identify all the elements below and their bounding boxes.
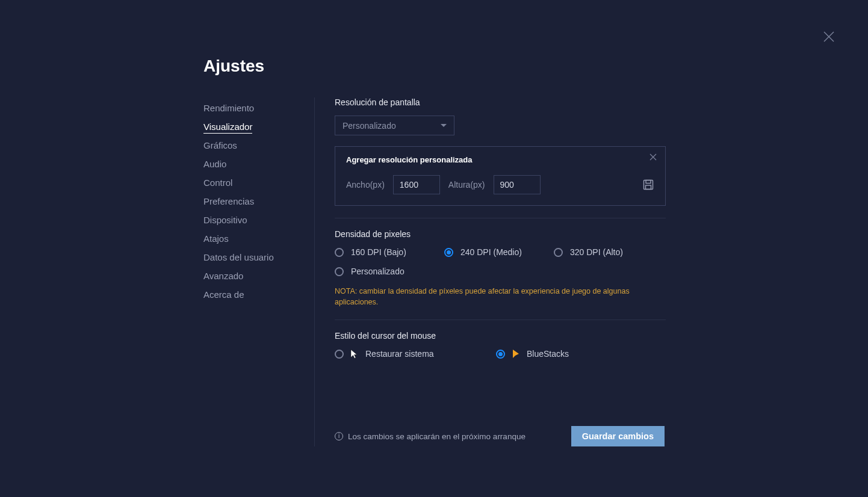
sidebar-item-audio[interactable]: Audio xyxy=(203,155,314,173)
cursor-radio[interactable]: BlueStacks xyxy=(496,349,606,359)
svg-rect-4 xyxy=(644,181,653,190)
custom-resolution-title: Agregar resolución personalizada xyxy=(346,155,654,164)
footer: i Los cambios se aplicarán en el próximo… xyxy=(335,426,665,446)
save-button[interactable]: Guardar cambios xyxy=(571,426,665,446)
radio-label: 160 DPI (Bajo) xyxy=(351,247,406,257)
sidebar-item-label: Preferencias xyxy=(203,196,254,206)
height-input[interactable] xyxy=(494,175,541,194)
custom-resolution-box: Agregar resolución personalizada Ancho(p… xyxy=(335,146,666,206)
sidebar-item-atajos[interactable]: Atajos xyxy=(203,229,314,248)
sidebar-item-gráficos[interactable]: Gráficos xyxy=(203,136,314,155)
save-resolution-icon[interactable] xyxy=(642,179,654,191)
sidebar-item-label: Dispositivo xyxy=(203,215,247,225)
radio-icon xyxy=(335,350,344,359)
width-label: Ancho(px) xyxy=(346,180,385,190)
radio-label: Restaurar sistema xyxy=(365,349,434,359)
radio-label: 240 DPI (Medio) xyxy=(460,247,522,257)
radio-icon xyxy=(496,350,505,359)
svg-rect-5 xyxy=(646,181,651,184)
radio-label: Personalizado xyxy=(351,267,405,276)
close-custom-resolution-icon[interactable] xyxy=(649,153,657,162)
density-title: Densidad de pixeles xyxy=(335,229,666,239)
sidebar: RendimientoVisualizadorGráficosAudioCont… xyxy=(203,97,314,446)
radio-icon xyxy=(554,248,563,257)
density-radio[interactable]: 320 DPI (Alto) xyxy=(554,247,663,257)
height-label: Altura(px) xyxy=(448,180,485,190)
radio-icon xyxy=(444,248,453,257)
restart-note-text: Los cambios se aplicarán en el próximo a… xyxy=(348,432,525,441)
divider xyxy=(335,218,666,218)
svg-rect-6 xyxy=(646,185,651,190)
resolution-selected: Personalizado xyxy=(343,121,396,131)
radio-label: BlueStacks xyxy=(527,349,569,359)
cursor-icon xyxy=(350,349,359,359)
radio-icon xyxy=(335,248,344,257)
sidebar-item-visualizador[interactable]: Visualizador xyxy=(203,117,314,136)
page-title: Ajustes xyxy=(203,57,868,76)
density-radio[interactable]: Personalizado xyxy=(335,267,444,276)
resolution-title: Resolución de pantalla xyxy=(335,97,666,107)
width-input[interactable] xyxy=(393,175,440,194)
sidebar-item-label: Atajos xyxy=(203,233,229,244)
restart-note: i Los cambios se aplicarán en el próximo… xyxy=(335,432,525,441)
sidebar-item-rendimiento[interactable]: Rendimiento xyxy=(203,99,314,117)
sidebar-item-acerca-de[interactable]: Acerca de xyxy=(203,285,314,304)
resolution-select[interactable]: Personalizado xyxy=(335,116,454,135)
sidebar-item-dispositivo[interactable]: Dispositivo xyxy=(203,211,314,229)
density-note: NOTA: cambiar la densidad de píxeles pue… xyxy=(335,286,666,307)
chevron-down-icon xyxy=(441,124,447,127)
density-radio[interactable]: 240 DPI (Medio) xyxy=(444,247,554,257)
divider xyxy=(335,320,666,320)
radio-icon xyxy=(335,267,344,276)
sidebar-item-label: Visualizador xyxy=(203,122,252,134)
sidebar-item-label: Audio xyxy=(203,159,226,169)
sidebar-item-preferencias[interactable]: Preferencias xyxy=(203,192,314,211)
sidebar-item-label: Avanzado xyxy=(203,271,243,281)
cursor-title: Estilo del cursor del mouse xyxy=(335,331,666,341)
info-icon: i xyxy=(335,432,343,440)
sidebar-item-datos-del-usuario[interactable]: Datos del usuario xyxy=(203,248,314,267)
sidebar-item-label: Acerca de xyxy=(203,289,244,300)
sidebar-item-label: Control xyxy=(203,177,232,188)
cursor-radio[interactable]: Restaurar sistema xyxy=(335,349,496,359)
radio-label: 320 DPI (Alto) xyxy=(570,247,623,257)
sidebar-item-label: Rendimiento xyxy=(203,103,254,113)
density-radio[interactable]: 160 DPI (Bajo) xyxy=(335,247,444,257)
main-panel: Resolución de pantalla Personalizado Agr… xyxy=(314,97,666,446)
sidebar-item-control[interactable]: Control xyxy=(203,173,314,192)
cursor-icon xyxy=(511,349,521,359)
sidebar-item-avanzado[interactable]: Avanzado xyxy=(203,267,314,285)
sidebar-item-label: Gráficos xyxy=(203,140,237,150)
sidebar-item-label: Datos del usuario xyxy=(203,252,274,262)
